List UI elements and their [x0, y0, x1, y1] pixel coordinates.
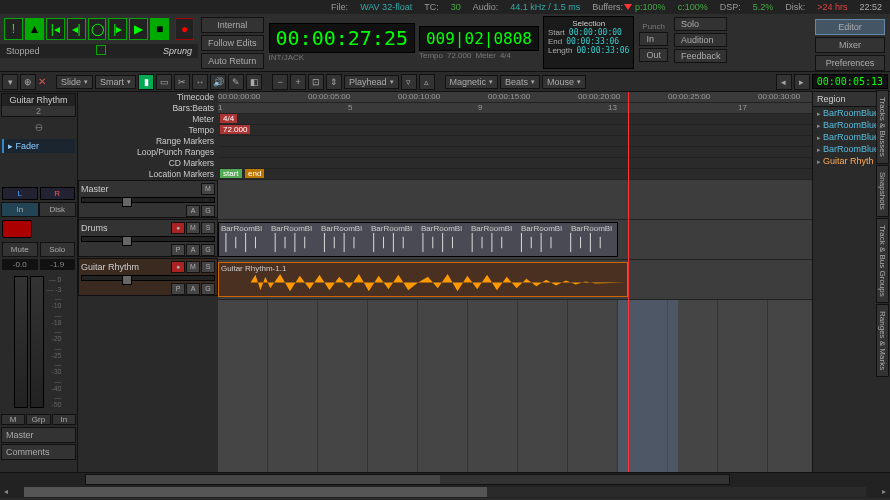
track-header-drums[interactable]: Drums●MS PAG	[78, 219, 218, 257]
audition-alert[interactable]: Audition	[674, 33, 728, 47]
track-shrink-button[interactable]: ▿	[401, 74, 417, 90]
edit-point-select[interactable]: Mouse	[542, 75, 586, 89]
location-end[interactable]: end	[245, 169, 264, 178]
record-button[interactable]: ●	[175, 18, 194, 40]
secondary-clock[interactable]: 009|02|0808	[419, 26, 539, 51]
sel-end[interactable]: 00:00:33:06	[566, 37, 619, 46]
pan-left[interactable]: L	[2, 187, 38, 200]
fader-track[interactable]	[14, 276, 28, 408]
strip-solo-button[interactable]: Solo	[40, 242, 76, 257]
punch-out-button[interactable]: Out	[639, 48, 668, 62]
scroll-thumb[interactable]	[24, 487, 487, 497]
strip-m-button[interactable]: M	[1, 414, 25, 425]
play-button[interactable]: ▶	[129, 18, 148, 40]
midi-panic-button[interactable]: !	[4, 18, 23, 40]
guitar-fader[interactable]	[81, 275, 215, 281]
tab-tracks-busses[interactable]: Tracks & Busses	[876, 90, 889, 164]
drums-rec[interactable]: ●	[171, 222, 185, 234]
track-header-master[interactable]: MasterM AG	[78, 180, 218, 218]
meter-marker[interactable]: 4/4	[220, 114, 237, 123]
snap-to-select[interactable]: Beats	[500, 75, 540, 89]
preferences-button[interactable]: Preferences	[815, 55, 885, 71]
sel-length[interactable]: 00:00:33:06	[576, 46, 629, 55]
follow-edits-button[interactable]: Follow Edits	[201, 35, 264, 51]
zoom-focus-select[interactable]: Playhead	[344, 75, 399, 89]
strip-output[interactable]: Master	[1, 427, 76, 443]
guitar-rec[interactable]: ●	[171, 261, 185, 273]
strip-mute-button[interactable]: Mute	[2, 242, 38, 257]
strip-comments[interactable]: Comments	[1, 444, 76, 460]
solo-alert[interactable]: Solo	[674, 17, 728, 31]
header: ! ▲ |◂ ◂| ◯ |▸ ▶ ■ ● Stopped Sprung Inte…	[0, 14, 890, 72]
range-tool[interactable]: ▭	[156, 74, 172, 90]
strip-in-button[interactable]: In	[52, 414, 76, 425]
rewind-button[interactable]: ◂|	[67, 18, 86, 40]
fader-automation[interactable]: ▸ Fader	[2, 139, 75, 153]
editor-window-button[interactable]: Editor	[815, 19, 885, 35]
zoom-out-button[interactable]: −	[272, 74, 288, 90]
goto-start-button[interactable]: |◂	[46, 18, 65, 40]
scroll-right-icon[interactable]: ▸	[878, 486, 890, 498]
close-icon[interactable]: ✕	[38, 76, 46, 87]
strip-track-name[interactable]: Guitar Rhythm	[2, 94, 75, 106]
punch-in-button[interactable]: In	[639, 32, 668, 46]
mouse-mode-select[interactable]: Smart	[95, 75, 136, 89]
peak-db[interactable]: -1.9	[40, 259, 76, 270]
master-fader[interactable]	[81, 197, 215, 203]
summary-view[interactable]	[0, 472, 890, 486]
info-bar: File:WAV 32-float TC:30 Audio:44.1 kHz /…	[0, 0, 890, 14]
pan-right[interactable]: R	[40, 187, 76, 200]
tab-groups[interactable]: Track & Bus Groups	[876, 218, 889, 304]
track-expand-button[interactable]: ▵	[419, 74, 435, 90]
track-visibility-button[interactable]: ▾	[2, 74, 18, 90]
zoom-button[interactable]: ⊕	[20, 74, 36, 90]
nudge-clock[interactable]: 00:00:05:13	[812, 74, 888, 89]
stop-button[interactable]: ■	[150, 18, 169, 40]
track-header-guitar[interactable]: Guitar Rhythm●MS PAG	[78, 258, 218, 296]
wall-clock: 22:52	[859, 0, 882, 14]
input-button[interactable]: In	[1, 202, 39, 217]
primary-clock[interactable]: 00:00:27:25	[269, 23, 415, 53]
feedback-alert[interactable]: Feedback	[674, 49, 728, 63]
stretch-tool[interactable]: ↔	[192, 74, 208, 90]
scroll-left-icon[interactable]: ◂	[0, 486, 12, 498]
metronome-button[interactable]: ▲	[25, 18, 44, 40]
h-scrollbar[interactable]: ◂ ▸	[0, 486, 890, 498]
zoom-height-button[interactable]: ⇕	[326, 74, 342, 90]
snap-mode-select[interactable]: Magnetic	[445, 75, 499, 89]
mixer-window-button[interactable]: Mixer	[815, 37, 885, 53]
nudge-fwd-button[interactable]: ▸	[794, 74, 810, 90]
ruler-labels: TimecodeBars:Beats MeterTempo Range Mark…	[78, 92, 218, 180]
region-drums[interactable]: BarRoomBlBarRoomBlBarRoomBlBarRoomBlBarR…	[218, 222, 618, 257]
location-start[interactable]: start	[220, 169, 242, 178]
ruler-area[interactable]: 00:00:00:0000:00:05:0000:00:10:0000:00:1…	[218, 92, 812, 180]
panner-icon[interactable]: ϴ	[0, 118, 77, 137]
clock-mode-label[interactable]: INT/JACK	[269, 53, 415, 62]
zoom-in-button[interactable]: +	[290, 74, 306, 90]
region-guitar[interactable]: Guitar Rhythm-1.1	[218, 262, 628, 297]
loop-button[interactable]: ◯	[88, 18, 107, 40]
cut-tool[interactable]: ✂	[174, 74, 190, 90]
tab-ranges-marks[interactable]: Ranges & Marks	[876, 304, 889, 377]
strip-grp-button[interactable]: Grp	[26, 414, 50, 425]
forward-button[interactable]: |▸	[108, 18, 127, 40]
zoom-fit-button[interactable]: ⊡	[308, 74, 324, 90]
edit-tool[interactable]: ◧	[246, 74, 262, 90]
object-tool[interactable]: ▮	[138, 74, 154, 90]
playhead-line[interactable]	[628, 180, 629, 472]
tab-snapshots[interactable]: Snapshots	[876, 165, 889, 217]
track-canvas[interactable]: BarRoomBlBarRoomBlBarRoomBlBarRoomBlBarR…	[218, 180, 812, 472]
disk-button[interactable]: Disk	[39, 202, 77, 217]
tempo-marker[interactable]: 72.000	[220, 125, 250, 134]
sync-source-button[interactable]: Internal	[201, 17, 264, 33]
gain-db[interactable]: -0.0	[2, 259, 38, 270]
sel-start[interactable]: 00:00:00:00	[569, 28, 622, 37]
auto-return-button[interactable]: Auto Return	[201, 53, 264, 69]
audition-tool[interactable]: 🔊	[210, 74, 226, 90]
edit-mode-select[interactable]: Slide	[56, 75, 93, 89]
draw-tool[interactable]: ✎	[228, 74, 244, 90]
playhead[interactable]	[628, 92, 629, 180]
drums-fader[interactable]	[81, 236, 215, 242]
nudge-back-button[interactable]: ◂	[776, 74, 792, 90]
strip-rec-button[interactable]	[2, 220, 32, 238]
